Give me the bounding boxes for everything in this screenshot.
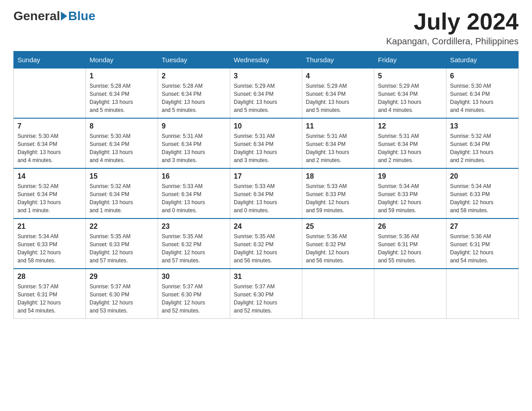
day-info: Sunrise: 5:28 AMSunset: 6:34 PMDaylight:… bbox=[162, 82, 226, 114]
day-info: Sunrise: 5:29 AMSunset: 6:34 PMDaylight:… bbox=[306, 82, 370, 114]
day-number: 1 bbox=[90, 72, 154, 80]
page-header: General Blue July 2024 Kapangan, Cordill… bbox=[13, 9, 519, 47]
calendar-cell: 16Sunrise: 5:33 AMSunset: 6:34 PMDayligh… bbox=[158, 168, 230, 218]
day-info: Sunrise: 5:37 AMSunset: 6:31 PMDaylight:… bbox=[17, 283, 82, 315]
calendar-cell: 2Sunrise: 5:28 AMSunset: 6:34 PMDaylight… bbox=[158, 68, 230, 119]
day-number: 15 bbox=[90, 172, 154, 180]
day-number: 31 bbox=[234, 273, 298, 281]
day-number: 2 bbox=[162, 72, 226, 80]
day-info: Sunrise: 5:32 AMSunset: 6:34 PMDaylight:… bbox=[450, 132, 515, 164]
header-row: Sunday Monday Tuesday Wednesday Thursday… bbox=[14, 51, 519, 68]
col-sunday: Sunday bbox=[14, 51, 86, 68]
day-info: Sunrise: 5:30 AMSunset: 6:34 PMDaylight:… bbox=[17, 132, 82, 164]
calendar-cell: 3Sunrise: 5:29 AMSunset: 6:34 PMDaylight… bbox=[230, 68, 302, 119]
day-number: 7 bbox=[17, 122, 82, 130]
calendar-cell: 5Sunrise: 5:29 AMSunset: 6:34 PMDaylight… bbox=[374, 68, 446, 119]
logo-blue-text: Blue bbox=[68, 9, 95, 23]
day-info: Sunrise: 5:29 AMSunset: 6:34 PMDaylight:… bbox=[234, 82, 298, 114]
calendar-cell: 19Sunrise: 5:34 AMSunset: 6:33 PMDayligh… bbox=[374, 168, 446, 218]
day-number: 21 bbox=[17, 223, 82, 231]
calendar-cell: 13Sunrise: 5:32 AMSunset: 6:34 PMDayligh… bbox=[446, 118, 519, 168]
day-info: Sunrise: 5:36 AMSunset: 6:31 PMDaylight:… bbox=[378, 232, 442, 265]
day-number: 5 bbox=[378, 72, 442, 80]
day-info: Sunrise: 5:34 AMSunset: 6:33 PMDaylight:… bbox=[378, 182, 442, 214]
calendar-cell: 23Sunrise: 5:35 AMSunset: 6:32 PMDayligh… bbox=[158, 218, 230, 269]
day-number: 24 bbox=[234, 223, 298, 231]
calendar-body: 1Sunrise: 5:28 AMSunset: 6:34 PMDaylight… bbox=[14, 68, 519, 319]
day-info: Sunrise: 5:32 AMSunset: 6:34 PMDaylight:… bbox=[17, 182, 82, 214]
day-info: Sunrise: 5:33 AMSunset: 6:33 PMDaylight:… bbox=[306, 182, 370, 214]
day-info: Sunrise: 5:33 AMSunset: 6:34 PMDaylight:… bbox=[234, 182, 298, 214]
calendar-cell: 28Sunrise: 5:37 AMSunset: 6:31 PMDayligh… bbox=[14, 269, 86, 319]
week-row-2: 7Sunrise: 5:30 AMSunset: 6:34 PMDaylight… bbox=[14, 118, 519, 168]
calendar-cell: 25Sunrise: 5:36 AMSunset: 6:32 PMDayligh… bbox=[302, 218, 374, 269]
day-info: Sunrise: 5:28 AMSunset: 6:34 PMDaylight:… bbox=[90, 82, 154, 114]
col-wednesday: Wednesday bbox=[230, 51, 302, 68]
day-number: 27 bbox=[450, 223, 515, 231]
day-info: Sunrise: 5:31 AMSunset: 6:34 PMDaylight:… bbox=[306, 132, 370, 164]
calendar-cell: 22Sunrise: 5:35 AMSunset: 6:33 PMDayligh… bbox=[86, 218, 158, 269]
day-number: 20 bbox=[450, 172, 515, 180]
calendar-cell: 26Sunrise: 5:36 AMSunset: 6:31 PMDayligh… bbox=[374, 218, 446, 269]
day-info: Sunrise: 5:32 AMSunset: 6:34 PMDaylight:… bbox=[90, 182, 154, 214]
day-number: 29 bbox=[90, 273, 154, 281]
day-info: Sunrise: 5:31 AMSunset: 6:34 PMDaylight:… bbox=[234, 132, 298, 164]
calendar-cell: 12Sunrise: 5:31 AMSunset: 6:34 PMDayligh… bbox=[374, 118, 446, 168]
day-number: 10 bbox=[234, 122, 298, 130]
week-row-1: 1Sunrise: 5:28 AMSunset: 6:34 PMDaylight… bbox=[14, 68, 519, 119]
col-thursday: Thursday bbox=[302, 51, 374, 68]
day-info: Sunrise: 5:33 AMSunset: 6:34 PMDaylight:… bbox=[162, 182, 226, 214]
day-info: Sunrise: 5:34 AMSunset: 6:33 PMDaylight:… bbox=[17, 232, 82, 265]
logo-arrow-icon bbox=[61, 12, 67, 21]
calendar-cell: 10Sunrise: 5:31 AMSunset: 6:34 PMDayligh… bbox=[230, 118, 302, 168]
day-number: 9 bbox=[162, 122, 226, 130]
calendar-cell: 1Sunrise: 5:28 AMSunset: 6:34 PMDaylight… bbox=[86, 68, 158, 119]
calendar-cell: 6Sunrise: 5:30 AMSunset: 6:34 PMDaylight… bbox=[446, 68, 519, 119]
day-info: Sunrise: 5:34 AMSunset: 6:33 PMDaylight:… bbox=[450, 182, 515, 214]
day-info: Sunrise: 5:30 AMSunset: 6:34 PMDaylight:… bbox=[90, 132, 154, 164]
calendar-cell: 24Sunrise: 5:35 AMSunset: 6:32 PMDayligh… bbox=[230, 218, 302, 269]
calendar-cell: 27Sunrise: 5:36 AMSunset: 6:31 PMDayligh… bbox=[446, 218, 519, 269]
calendar-cell: 11Sunrise: 5:31 AMSunset: 6:34 PMDayligh… bbox=[302, 118, 374, 168]
day-info: Sunrise: 5:30 AMSunset: 6:34 PMDaylight:… bbox=[450, 82, 515, 114]
day-info: Sunrise: 5:31 AMSunset: 6:34 PMDaylight:… bbox=[378, 132, 442, 164]
day-number: 12 bbox=[378, 122, 442, 130]
day-number: 11 bbox=[306, 122, 370, 130]
day-number: 23 bbox=[162, 223, 226, 231]
day-number: 19 bbox=[378, 172, 442, 180]
calendar-cell: 20Sunrise: 5:34 AMSunset: 6:33 PMDayligh… bbox=[446, 168, 519, 218]
calendar-cell: 17Sunrise: 5:33 AMSunset: 6:34 PMDayligh… bbox=[230, 168, 302, 218]
calendar-cell: 18Sunrise: 5:33 AMSunset: 6:33 PMDayligh… bbox=[302, 168, 374, 218]
week-row-5: 28Sunrise: 5:37 AMSunset: 6:31 PMDayligh… bbox=[14, 269, 519, 319]
day-number: 17 bbox=[234, 172, 298, 180]
day-info: Sunrise: 5:37 AMSunset: 6:30 PMDaylight:… bbox=[234, 283, 298, 315]
day-info: Sunrise: 5:31 AMSunset: 6:34 PMDaylight:… bbox=[162, 132, 226, 164]
day-info: Sunrise: 5:35 AMSunset: 6:33 PMDaylight:… bbox=[90, 232, 154, 265]
day-number: 6 bbox=[450, 72, 515, 80]
calendar-cell: 30Sunrise: 5:37 AMSunset: 6:30 PMDayligh… bbox=[158, 269, 230, 319]
day-number: 28 bbox=[17, 273, 82, 281]
logo: General Blue bbox=[13, 9, 95, 23]
week-row-3: 14Sunrise: 5:32 AMSunset: 6:34 PMDayligh… bbox=[14, 168, 519, 218]
day-number: 22 bbox=[90, 223, 154, 231]
calendar-cell: 4Sunrise: 5:29 AMSunset: 6:34 PMDaylight… bbox=[302, 68, 374, 119]
calendar-cell: 8Sunrise: 5:30 AMSunset: 6:34 PMDaylight… bbox=[86, 118, 158, 168]
logo-general-text: General bbox=[13, 9, 60, 23]
day-info: Sunrise: 5:37 AMSunset: 6:30 PMDaylight:… bbox=[90, 283, 154, 315]
month-year-title: July 2024 bbox=[386, 9, 519, 34]
day-number: 30 bbox=[162, 273, 226, 281]
calendar-cell: 21Sunrise: 5:34 AMSunset: 6:33 PMDayligh… bbox=[14, 218, 86, 269]
col-friday: Friday bbox=[374, 51, 446, 68]
day-number: 8 bbox=[90, 122, 154, 130]
day-info: Sunrise: 5:35 AMSunset: 6:32 PMDaylight:… bbox=[162, 232, 226, 265]
col-saturday: Saturday bbox=[446, 51, 519, 68]
day-number: 16 bbox=[162, 172, 226, 180]
day-number: 18 bbox=[306, 172, 370, 180]
calendar-cell bbox=[302, 269, 374, 319]
day-info: Sunrise: 5:35 AMSunset: 6:32 PMDaylight:… bbox=[234, 232, 298, 265]
calendar-cell: 31Sunrise: 5:37 AMSunset: 6:30 PMDayligh… bbox=[230, 269, 302, 319]
day-info: Sunrise: 5:36 AMSunset: 6:31 PMDaylight:… bbox=[450, 232, 515, 265]
day-number: 26 bbox=[378, 223, 442, 231]
location-subtitle: Kapangan, Cordillera, Philippines bbox=[386, 36, 519, 47]
day-info: Sunrise: 5:37 AMSunset: 6:30 PMDaylight:… bbox=[162, 283, 226, 315]
